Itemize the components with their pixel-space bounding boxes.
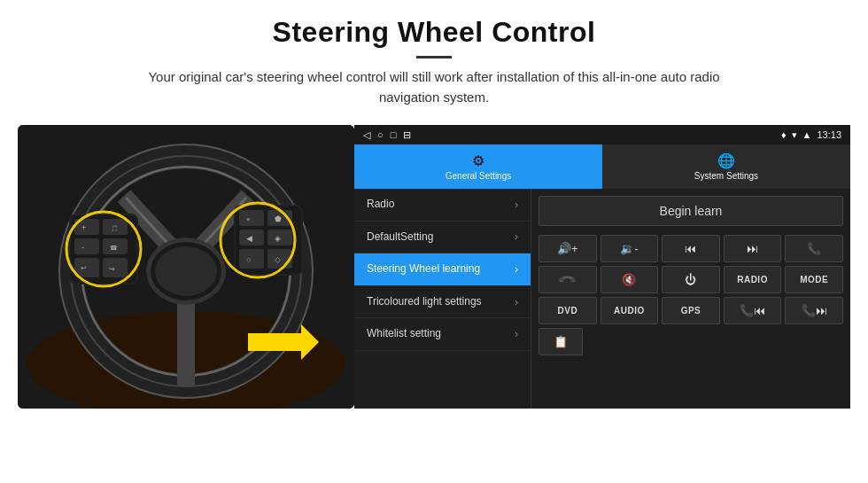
phone-prev-icon: 📞⏮ bbox=[740, 304, 765, 317]
controls-row-1: 🔊+ 🔉- ⏮ ⏭ 📞 bbox=[539, 235, 843, 262]
chevron-right-icon: › bbox=[515, 328, 518, 340]
svg-text:↪: ↪ bbox=[109, 265, 115, 273]
svg-text:≡: ≡ bbox=[246, 216, 250, 222]
vol-down-button[interactable]: 🔉- bbox=[601, 235, 659, 262]
whitelist-icon: 📋 bbox=[554, 335, 568, 348]
svg-point-13 bbox=[155, 246, 217, 296]
power-button[interactable]: ⏻ bbox=[662, 266, 720, 293]
svg-rect-30 bbox=[239, 210, 264, 226]
svg-rect-18 bbox=[74, 238, 99, 254]
main-content: + 🎵 - ☎ ↩ ↪ ≡ ⬟ ◀ ◈ ○ ◇ bbox=[0, 116, 868, 417]
prev-track-button[interactable]: ⏮ bbox=[662, 235, 720, 262]
menu-item-radio[interactable]: Radio › bbox=[354, 189, 531, 222]
system-icon: 🌐 bbox=[717, 152, 735, 169]
controls-row-2: 📞 🔇 ⏻ RADIO MODE bbox=[539, 266, 843, 293]
location-icon: ♦ bbox=[781, 129, 787, 140]
begin-learn-button[interactable]: Begin learn bbox=[539, 196, 843, 226]
radio-label: RADIO bbox=[737, 275, 768, 284]
prev-icon: ⏮ bbox=[685, 242, 696, 255]
mode-button[interactable]: MODE bbox=[785, 266, 843, 293]
page-subtitle: Your original car's steering wheel contr… bbox=[124, 67, 744, 107]
whitelist-icon-button[interactable]: 📋 bbox=[539, 328, 583, 355]
menu-whitelist-label: Whitelist setting bbox=[367, 327, 515, 341]
svg-rect-21 bbox=[103, 258, 128, 277]
gps-button[interactable]: GPS bbox=[662, 297, 720, 324]
phone-next-icon: 📞⏭ bbox=[802, 304, 827, 317]
gps-label: GPS bbox=[681, 306, 701, 316]
svg-text:⬟: ⬟ bbox=[275, 214, 282, 223]
power-icon: ⏻ bbox=[685, 273, 696, 286]
vol-down-icon: 🔉- bbox=[620, 242, 638, 255]
next-icon: ⏭ bbox=[747, 242, 758, 255]
chevron-right-icon: › bbox=[515, 230, 518, 243]
menu-item-whitelist[interactable]: Whitelist setting › bbox=[354, 318, 531, 351]
back-nav-icon[interactable]: ◁ bbox=[363, 129, 370, 141]
menu-item-tricoloured[interactable]: Tricoloured light settings › bbox=[354, 286, 531, 319]
steering-wheel-image: + 🎵 - ☎ ↩ ↪ ≡ ⬟ ◀ ◈ ○ ◇ bbox=[18, 125, 354, 409]
vol-up-icon: 🔊+ bbox=[557, 242, 578, 255]
phone-icon: 📞 bbox=[807, 242, 821, 255]
radio-button[interactable]: RADIO bbox=[724, 266, 782, 293]
page-divider bbox=[416, 56, 452, 58]
home-nav-icon[interactable]: ○ bbox=[377, 129, 384, 140]
hang-up-button[interactable]: 📞 bbox=[539, 266, 597, 293]
vol-next-button[interactable]: 📞⏭ bbox=[785, 297, 843, 324]
settings-panel: Begin learn 🔊+ 🔉- ⏮ bbox=[531, 189, 850, 409]
gear-icon: ⚙ bbox=[472, 152, 484, 169]
audio-button[interactable]: AUDIO bbox=[601, 297, 659, 324]
controls-row-3: DVD AUDIO GPS 📞⏮ 📞⏭ bbox=[539, 297, 843, 324]
mode-label: MODE bbox=[800, 275, 828, 284]
svg-text:-: - bbox=[81, 243, 84, 252]
begin-learn-row: Begin learn bbox=[539, 196, 843, 226]
vol-prev-button[interactable]: 📞⏮ bbox=[724, 297, 782, 324]
tab-general[interactable]: ⚙ General Settings bbox=[354, 144, 602, 189]
menu-steering-label: Steering Wheel learning bbox=[367, 262, 515, 277]
dvd-label: DVD bbox=[557, 306, 577, 316]
svg-text:○: ○ bbox=[246, 255, 251, 264]
controls-row-4: 📋 bbox=[539, 328, 843, 355]
menu-default-label: DefaultSetting bbox=[367, 230, 515, 245]
menu-item-default[interactable]: DefaultSetting › bbox=[354, 222, 531, 254]
status-bar-left: ◁ ○ □ ⊟ bbox=[363, 129, 411, 141]
tab-bar: ⚙ General Settings 🌐 System Settings bbox=[354, 144, 850, 189]
mute-icon: 🔇 bbox=[622, 273, 636, 286]
vol-up-button[interactable]: 🔊+ bbox=[539, 235, 597, 262]
svg-text:◀: ◀ bbox=[246, 234, 252, 243]
svg-text:🎵: 🎵 bbox=[111, 224, 119, 232]
svg-text:↩: ↩ bbox=[81, 264, 87, 272]
chevron-right-icon: › bbox=[515, 263, 518, 276]
tab-system[interactable]: 🌐 System Settings bbox=[602, 144, 850, 189]
settings-content: Radio › DefaultSetting › Steering Wheel … bbox=[354, 189, 850, 409]
head-unit: ◁ ○ □ ⊟ ♦ ▾ ▲ 13:13 ⚙ General Settings 🌐… bbox=[354, 125, 850, 409]
page-header: Steering Wheel Control Your original car… bbox=[0, 0, 868, 116]
wifi-icon: ▾ bbox=[792, 129, 797, 141]
chevron-right-icon: › bbox=[515, 199, 518, 211]
phone-button[interactable]: 📞 bbox=[785, 235, 843, 262]
dvd-button[interactable]: DVD bbox=[539, 297, 597, 324]
svg-text:◈: ◈ bbox=[275, 234, 281, 243]
status-bar-right: ♦ ▾ ▲ 13:13 bbox=[781, 129, 841, 141]
tab-general-label: General Settings bbox=[446, 171, 512, 181]
signal-icon: ▲ bbox=[802, 129, 812, 140]
svg-rect-34 bbox=[239, 249, 264, 269]
clock: 13:13 bbox=[817, 129, 841, 140]
chevron-right-icon: › bbox=[515, 296, 518, 308]
audio-label: AUDIO bbox=[614, 306, 645, 316]
tab-system-label: System Settings bbox=[694, 171, 758, 181]
controls-grid: 🔊+ 🔉- ⏮ ⏭ 📞 bbox=[539, 235, 843, 355]
menu-item-steering[interactable]: Steering Wheel learning › bbox=[354, 253, 531, 286]
menu-tricoloured-label: Tricoloured light settings bbox=[367, 295, 515, 309]
next-track-button[interactable]: ⏭ bbox=[724, 235, 782, 262]
mute-button[interactable]: 🔇 bbox=[601, 266, 659, 293]
screenshot-icon[interactable]: ⊟ bbox=[403, 129, 411, 141]
status-bar: ◁ ○ □ ⊟ ♦ ▾ ▲ 13:13 bbox=[354, 125, 850, 144]
menu-radio-label: Radio bbox=[367, 198, 515, 212]
recent-nav-icon[interactable]: □ bbox=[391, 129, 397, 140]
page-title: Steering Wheel Control bbox=[35, 16, 833, 49]
svg-text:☎: ☎ bbox=[110, 245, 118, 251]
svg-text:◇: ◇ bbox=[275, 255, 281, 264]
hang-up-icon: 📞 bbox=[558, 270, 577, 290]
settings-menu: Radio › DefaultSetting › Steering Wheel … bbox=[354, 189, 531, 409]
svg-text:+: + bbox=[81, 223, 86, 232]
